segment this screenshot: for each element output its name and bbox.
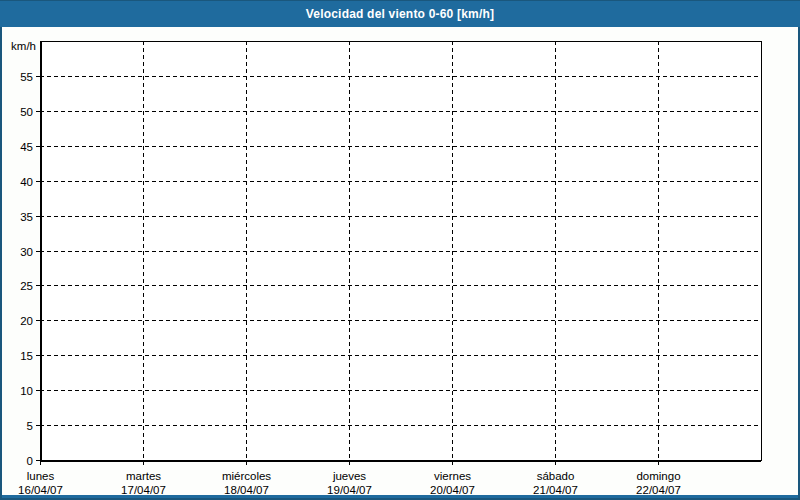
x-date-label: 16/04/07 bbox=[18, 484, 63, 496]
y-tick-label: 50 bbox=[20, 106, 33, 118]
x-date-label: 20/04/07 bbox=[430, 484, 475, 496]
x-day-label: jueves bbox=[332, 470, 366, 482]
y-tick-label: 30 bbox=[20, 246, 33, 258]
wind-speed-chart-window: Velocidad del viento 0-60 [km/h] 0510152… bbox=[0, 0, 800, 500]
plot-background bbox=[40, 41, 761, 460]
y-tick-label: 15 bbox=[20, 350, 33, 362]
y-tick-label: 40 bbox=[20, 176, 33, 188]
x-day-label: domingo bbox=[636, 470, 680, 482]
x-date-label: 18/04/07 bbox=[224, 484, 269, 496]
x-day-label: miércoles bbox=[222, 470, 271, 482]
y-tick-label: 35 bbox=[20, 211, 33, 223]
x-day-label: sábado bbox=[537, 470, 575, 482]
x-date-label: 21/04/07 bbox=[533, 484, 578, 496]
y-tick-label: 20 bbox=[20, 315, 33, 327]
y-axis-unit-label: km/h bbox=[11, 40, 36, 52]
x-day-label: martes bbox=[126, 470, 161, 482]
x-day-label: viernes bbox=[434, 470, 471, 482]
y-tick-label: 10 bbox=[20, 385, 33, 397]
wind-speed-plot: 0510152025303540455055km/hlunes16/04/07m… bbox=[0, 0, 800, 500]
y-tick-label: 55 bbox=[20, 71, 33, 83]
x-date-label: 22/04/07 bbox=[636, 484, 681, 496]
y-tick-label: 25 bbox=[20, 280, 33, 292]
y-tick-label: 45 bbox=[20, 141, 33, 153]
y-tick-label: 0 bbox=[27, 455, 33, 467]
x-day-label: lunes bbox=[27, 470, 55, 482]
x-date-label: 17/04/07 bbox=[121, 484, 166, 496]
y-tick-label: 5 bbox=[27, 420, 33, 432]
x-date-label: 19/04/07 bbox=[327, 484, 372, 496]
